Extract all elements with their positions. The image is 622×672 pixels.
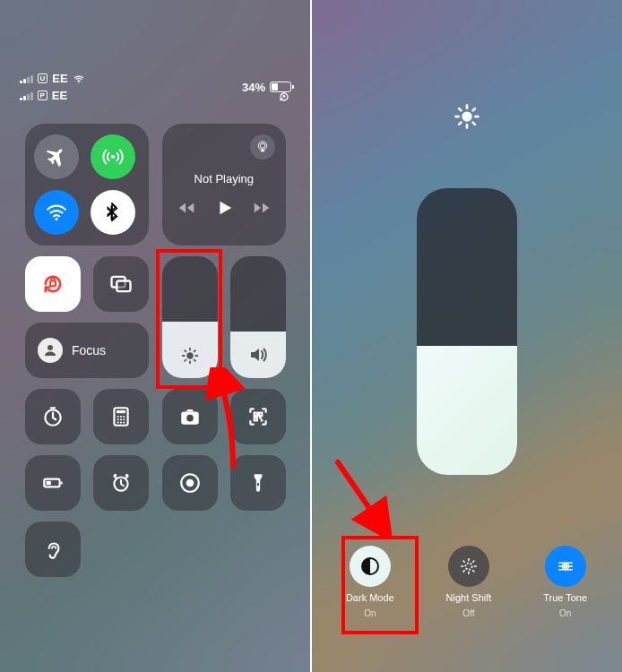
true-tone-icon — [545, 546, 586, 587]
signal-bars-icon — [20, 91, 33, 100]
svg-point-22 — [123, 421, 125, 423]
carrier-2: EE — [52, 89, 67, 102]
svg-rect-8 — [117, 281, 131, 292]
rewind-button[interactable] — [177, 198, 196, 218]
connectivity-group[interactable] — [25, 124, 149, 246]
svg-rect-29 — [61, 481, 63, 484]
volume-slider[interactable] — [230, 256, 286, 378]
svg-rect-1 — [283, 95, 286, 98]
svg-point-33 — [125, 474, 128, 477]
svg-point-3 — [55, 218, 57, 220]
hearing-button[interactable] — [25, 521, 81, 577]
status-sim-1: U EE — [20, 72, 85, 85]
brightness-icon — [454, 103, 480, 130]
true-tone-label: True Tone — [543, 592, 587, 603]
airplane-mode-button[interactable] — [34, 134, 79, 179]
forward-button[interactable] — [252, 198, 272, 218]
media-player-tile[interactable]: Not Playing — [162, 124, 286, 246]
svg-point-24 — [186, 415, 194, 422]
svg-point-10 — [48, 345, 53, 350]
true-tone-toggle[interactable]: True Tone On — [543, 546, 587, 618]
screen-record-button[interactable] — [162, 455, 218, 511]
status-sim-2: P EE — [20, 89, 85, 102]
control-center-panel: U EE P EE 34% — [0, 0, 311, 672]
camera-button[interactable] — [162, 389, 218, 444]
svg-point-18 — [120, 418, 122, 420]
focus-label: Focus — [72, 343, 106, 358]
signal-bars-icon — [20, 74, 33, 83]
battery-percent: 34% — [242, 81, 265, 94]
brightness-expanded-panel: Dark Mode On Night Shift Off True Tone O… — [311, 0, 622, 672]
sim-tag-2: P — [38, 90, 48, 100]
status-bar: U EE P EE 34% — [20, 72, 291, 102]
svg-rect-36 — [257, 483, 259, 486]
svg-rect-13 — [117, 410, 125, 413]
svg-point-21 — [120, 421, 122, 423]
svg-point-35 — [186, 479, 194, 487]
wifi-icon — [73, 73, 85, 85]
svg-point-14 — [117, 416, 119, 418]
calculator-button[interactable] — [93, 389, 149, 444]
night-shift-icon — [448, 546, 489, 587]
svg-rect-30 — [46, 481, 50, 485]
wifi-button[interactable] — [34, 190, 79, 235]
screen-mirroring-button[interactable] — [93, 256, 149, 312]
svg-rect-25 — [255, 413, 257, 416]
alarm-button[interactable] — [93, 455, 149, 511]
svg-rect-27 — [255, 418, 257, 420]
brightness-slider-expanded[interactable] — [417, 188, 517, 475]
svg-point-5 — [260, 143, 264, 148]
true-tone-state: On — [559, 608, 571, 618]
svg-point-15 — [120, 416, 122, 418]
bluetooth-button[interactable] — [91, 190, 135, 235]
rotation-lock-status-icon — [277, 90, 291, 104]
flashlight-button[interactable] — [230, 455, 286, 511]
svg-rect-26 — [259, 413, 262, 416]
svg-point-0 — [78, 82, 79, 82]
svg-point-37 — [462, 111, 471, 121]
svg-point-16 — [123, 416, 125, 418]
media-title: Not Playing — [194, 172, 254, 185]
night-shift-toggle[interactable]: Night Shift Off — [446, 546, 492, 618]
carrier-1: EE — [52, 72, 67, 85]
night-shift-state: Off — [462, 608, 474, 618]
svg-point-17 — [117, 418, 119, 420]
svg-point-39 — [465, 563, 471, 569]
svg-point-20 — [117, 421, 119, 423]
svg-rect-6 — [50, 281, 56, 287]
focus-button[interactable]: Focus — [25, 323, 149, 378]
night-shift-label: Night Shift — [446, 592, 492, 603]
low-power-button[interactable] — [25, 455, 81, 511]
svg-point-32 — [114, 474, 117, 477]
qr-scanner-button[interactable] — [230, 389, 286, 444]
svg-point-19 — [123, 418, 125, 420]
annotation-highlight-box — [156, 249, 222, 389]
svg-point-41 — [563, 564, 568, 569]
sim-tag-1: U — [38, 73, 48, 83]
timer-button[interactable] — [25, 389, 81, 444]
play-button[interactable] — [214, 198, 234, 218]
airplay-button[interactable] — [250, 134, 275, 159]
svg-point-2 — [111, 155, 115, 159]
panel-divider — [310, 0, 312, 672]
annotation-highlight-box — [341, 536, 419, 634]
rotation-lock-button[interactable] — [25, 256, 81, 312]
brightness-fill-expanded — [417, 346, 517, 475]
svg-point-4 — [258, 142, 266, 150]
volume-icon — [247, 344, 269, 366]
cellular-data-button[interactable] — [91, 134, 135, 179]
focus-mode-icon — [38, 338, 63, 363]
